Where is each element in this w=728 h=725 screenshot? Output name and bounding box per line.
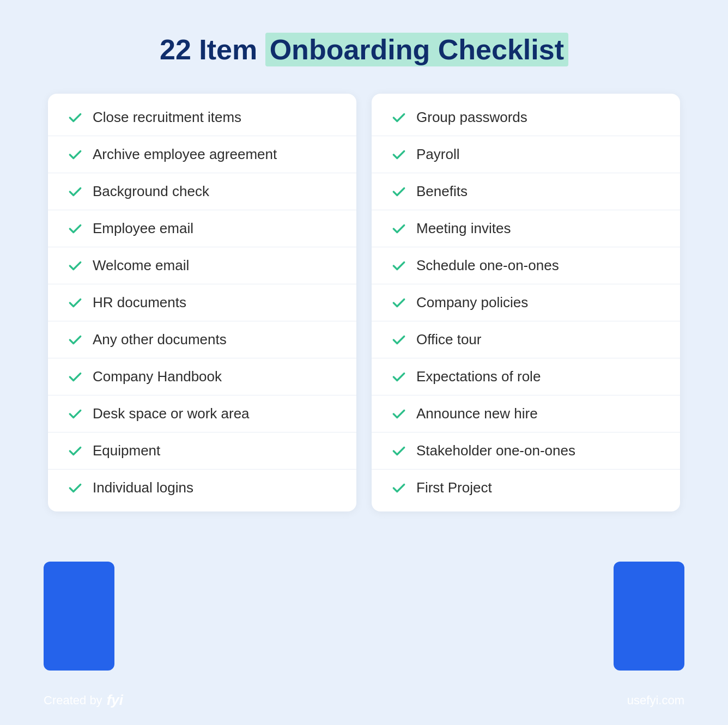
check-icon	[68, 369, 83, 385]
blue-shape-right	[614, 562, 684, 671]
item-label: Office tour	[416, 331, 481, 348]
list-item: Payroll	[372, 136, 680, 173]
item-label: Payroll	[416, 146, 459, 163]
title-prefix: 22 Item	[160, 34, 265, 65]
list-item: Any other documents	[48, 321, 356, 358]
item-label: Group passwords	[416, 109, 527, 126]
list-item: Office tour	[372, 321, 680, 358]
list-item: Desk space or work area	[48, 395, 356, 432]
blue-shape-left	[44, 562, 114, 671]
check-icon	[391, 480, 407, 496]
list-item: Meeting invites	[372, 210, 680, 247]
item-label: Any other documents	[93, 331, 227, 348]
item-label: Equipment	[93, 442, 160, 459]
check-icon	[391, 258, 407, 273]
item-label: Expectations of role	[416, 368, 541, 385]
check-icon	[391, 295, 407, 310]
check-icon	[391, 110, 407, 125]
check-icon	[391, 332, 407, 348]
list-item: Expectations of role	[372, 358, 680, 395]
check-icon	[68, 258, 83, 273]
list-item: Group passwords	[372, 99, 680, 136]
item-label: Desk space or work area	[93, 405, 250, 422]
footer-left: Created by fyi	[44, 692, 123, 709]
check-icon	[68, 480, 83, 496]
list-item: Archive employee agreement	[48, 136, 356, 173]
footer: Created by fyi usefyi.com	[0, 692, 728, 709]
item-label: Background check	[93, 183, 209, 200]
check-icon	[391, 443, 407, 459]
list-item: HR documents	[48, 284, 356, 321]
footer-created-by-label: Created by	[44, 693, 102, 708]
list-item: Stakeholder one-on-ones	[372, 432, 680, 470]
item-label: Meeting invites	[416, 220, 511, 237]
title-highlight: Onboarding Checklist	[265, 33, 568, 66]
list-item: Close recruitment items	[48, 99, 356, 136]
check-icon	[68, 443, 83, 459]
left-column: Close recruitment items Archive employee…	[48, 94, 356, 511]
item-label: Archive employee agreement	[93, 146, 277, 163]
check-icon	[391, 184, 407, 199]
check-icon	[68, 147, 83, 162]
item-label: Benefits	[416, 183, 468, 200]
check-icon	[391, 221, 407, 236]
list-item: Schedule one-on-ones	[372, 247, 680, 284]
check-icon	[391, 406, 407, 422]
item-label: Welcome email	[93, 257, 189, 274]
item-label: Employee email	[93, 220, 193, 237]
item-label: Company Handbook	[93, 368, 222, 385]
list-item: Company Handbook	[48, 358, 356, 395]
check-icon	[68, 110, 83, 125]
list-item: First Project	[372, 470, 680, 506]
footer-logo: fyi	[107, 692, 123, 709]
checklist-container: Close recruitment items Archive employee…	[48, 94, 680, 511]
item-label: Company policies	[416, 294, 528, 311]
list-item: Announce new hire	[372, 395, 680, 432]
list-item: Company policies	[372, 284, 680, 321]
list-item: Employee email	[48, 210, 356, 247]
check-icon	[68, 221, 83, 236]
check-icon	[391, 369, 407, 385]
footer-website: usefyi.com	[627, 693, 684, 708]
list-item: Equipment	[48, 432, 356, 470]
check-icon	[391, 147, 407, 162]
title-section: 22 Item Onboarding Checklist	[160, 33, 568, 66]
check-icon	[68, 406, 83, 422]
item-label: Schedule one-on-ones	[416, 257, 559, 274]
list-item: Benefits	[372, 173, 680, 210]
item-label: First Project	[416, 479, 492, 496]
item-label: Stakeholder one-on-ones	[416, 442, 575, 459]
item-label: Individual logins	[93, 479, 193, 496]
item-label: HR documents	[93, 294, 186, 311]
list-item: Background check	[48, 173, 356, 210]
list-item: Welcome email	[48, 247, 356, 284]
page-wrapper: 22 Item Onboarding Checklist Close recru…	[0, 0, 728, 725]
item-label: Announce new hire	[416, 405, 538, 422]
check-icon	[68, 332, 83, 348]
item-label: Close recruitment items	[93, 109, 241, 126]
list-item: Individual logins	[48, 470, 356, 506]
right-column: Group passwords Payroll Benefits Meeting…	[372, 94, 680, 511]
check-icon	[68, 184, 83, 199]
page-title: 22 Item Onboarding Checklist	[160, 33, 568, 66]
check-icon	[68, 295, 83, 310]
